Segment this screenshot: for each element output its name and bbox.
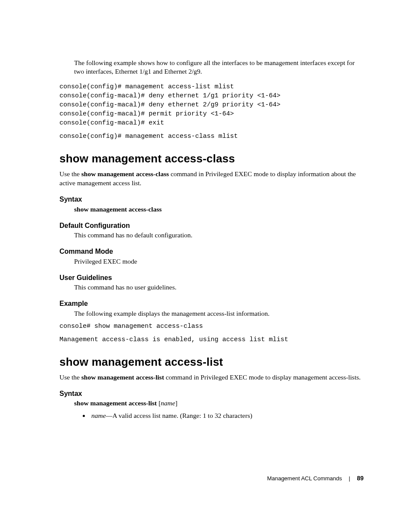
intro-paragraph: The following example shows how to confi… (74, 59, 364, 77)
section1-defcfg-label: Default Configuration (59, 221, 364, 230)
footer-separator: | (349, 475, 350, 482)
section1-example-codeblock: console# show management access-class Ma… (59, 322, 364, 344)
section1-example-text: The following example displays the manag… (74, 309, 364, 318)
section2-bullet-item: name—A valid access list name. (Range: 1… (90, 411, 364, 420)
section2-syntax-arg: name (161, 399, 175, 407)
section1-mode-text: Privileged EXEC mode (74, 257, 364, 266)
page-footer: Management ACL Commands | 89 (267, 474, 364, 482)
section2-desc-pre: Use the (59, 373, 81, 381)
section2-syntax-label: Syntax (59, 389, 364, 398)
section1-syntax-label: Syntax (59, 195, 364, 204)
section1-desc-pre: Use the (59, 170, 81, 177)
section1-guide-text: This command has no user guidelines. (74, 283, 364, 292)
section1-example-code1: console# show management access-class (59, 322, 364, 331)
section2-desc-cmd: show management access-list (81, 373, 164, 381)
section2-heading: show management access-list (59, 355, 364, 370)
section1-syntax-text: show management access-class (74, 205, 364, 214)
section2-bracket-close: ] (175, 399, 177, 407)
code-block-1: console(config)# management access-list … (59, 82, 364, 141)
page-body: The following example shows how to confi… (0, 0, 411, 532)
footer-page-number: 89 (357, 475, 364, 482)
section2-bullet-list: name—A valid access list name. (Range: 1… (59, 411, 364, 420)
footer-title: Management ACL Commands (267, 475, 342, 482)
section2-bullet-rest: —A valid access list name. (Range: 1 to … (106, 412, 252, 419)
section2-bullet-term: name (91, 412, 106, 419)
section2-desc-post: command in Privileged EXEC mode to displ… (164, 373, 361, 381)
section1-desc-cmd: show management access-class (81, 170, 169, 177)
section1-desc: Use the show management access-class com… (59, 170, 364, 188)
section1-example-label: Example (59, 299, 364, 308)
section1-heading: show management access-class (59, 151, 364, 166)
code-lines-1b: console(config)# management access-class… (59, 132, 364, 141)
code-lines-1: console(config)# management access-list … (59, 82, 364, 128)
section2-desc: Use the show management access-list comm… (59, 373, 364, 382)
section1-guide-label: User Guidelines (59, 273, 364, 283)
section1-example-code2: Management access-class is enabled, usin… (59, 335, 364, 344)
section2-syntax-line: show management access-list [name] (74, 399, 364, 408)
section1-defcfg-text: This command has no default configuratio… (74, 231, 364, 240)
section2-syntax-text: show management access-list (74, 399, 157, 407)
section1-mode-label: Command Mode (59, 247, 364, 256)
